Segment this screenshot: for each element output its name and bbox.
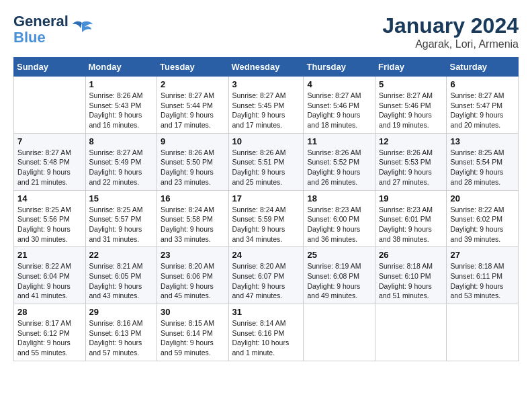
calendar-cell: 5Sunrise: 8:27 AM Sunset: 5:46 PM Daylig… — [375, 77, 447, 134]
day-number: 5 — [379, 79, 443, 89]
calendar-cell: 4Sunrise: 8:27 AM Sunset: 5:46 PM Daylig… — [304, 77, 375, 134]
day-info: Sunrise: 8:23 AM Sunset: 6:01 PM Dayligh… — [379, 205, 443, 244]
logo: GeneralBlue — [13, 13, 93, 46]
calendar-cell — [447, 304, 519, 361]
day-info: Sunrise: 8:27 AM Sunset: 5:49 PM Dayligh… — [89, 148, 154, 187]
calendar-cell: 13Sunrise: 8:25 AM Sunset: 5:54 PM Dayli… — [447, 133, 519, 190]
day-number: 28 — [17, 307, 82, 317]
day-info: Sunrise: 8:26 AM Sunset: 5:43 PM Dayligh… — [89, 91, 154, 130]
day-number: 26 — [379, 250, 443, 260]
day-info: Sunrise: 8:24 AM Sunset: 5:58 PM Dayligh… — [161, 205, 225, 244]
day-info: Sunrise: 8:16 AM Sunset: 6:13 PM Dayligh… — [89, 318, 154, 358]
calendar-week-5: 28Sunrise: 8:17 AM Sunset: 6:12 PM Dayli… — [14, 304, 519, 361]
day-info: Sunrise: 8:22 AM Sunset: 6:02 PM Dayligh… — [450, 205, 515, 244]
day-info: Sunrise: 8:25 AM Sunset: 5:56 PM Dayligh… — [17, 205, 82, 244]
day-info: Sunrise: 8:26 AM Sunset: 5:52 PM Dayligh… — [307, 148, 371, 187]
calendar-cell: 23Sunrise: 8:20 AM Sunset: 6:06 PM Dayli… — [157, 247, 229, 304]
column-header-friday: Friday — [375, 58, 447, 77]
calendar-cell: 6Sunrise: 8:27 AM Sunset: 5:47 PM Daylig… — [447, 77, 519, 134]
day-info: Sunrise: 8:26 AM Sunset: 5:53 PM Dayligh… — [379, 148, 443, 187]
day-number: 2 — [161, 79, 225, 89]
calendar-cell: 18Sunrise: 8:23 AM Sunset: 6:00 PM Dayli… — [304, 190, 375, 247]
calendar-cell: 9Sunrise: 8:26 AM Sunset: 5:50 PM Daylig… — [157, 133, 229, 190]
calendar-cell: 16Sunrise: 8:24 AM Sunset: 5:58 PM Dayli… — [157, 190, 229, 247]
day-number: 14 — [17, 193, 82, 203]
day-info: Sunrise: 8:21 AM Sunset: 6:05 PM Dayligh… — [89, 261, 154, 301]
day-info: Sunrise: 8:25 AM Sunset: 5:57 PM Dayligh… — [89, 205, 154, 244]
calendar-cell: 11Sunrise: 8:26 AM Sunset: 5:52 PM Dayli… — [304, 133, 375, 190]
day-info: Sunrise: 8:27 AM Sunset: 5:45 PM Dayligh… — [232, 91, 300, 130]
calendar-cell: 20Sunrise: 8:22 AM Sunset: 6:02 PM Dayli… — [447, 190, 519, 247]
day-number: 22 — [89, 250, 154, 260]
calendar-cell — [14, 77, 86, 134]
calendar-header: SundayMondayTuesdayWednesdayThursdayFrid… — [14, 58, 519, 77]
day-number: 4 — [307, 79, 371, 89]
calendar-week-2: 7Sunrise: 8:27 AM Sunset: 5:48 PM Daylig… — [14, 133, 519, 190]
day-number: 18 — [307, 193, 371, 203]
day-number: 11 — [307, 136, 371, 146]
day-number: 24 — [232, 250, 300, 260]
day-info: Sunrise: 8:17 AM Sunset: 6:12 PM Dayligh… — [17, 318, 82, 358]
day-info: Sunrise: 8:27 AM Sunset: 5:44 PM Dayligh… — [161, 91, 225, 130]
logo-bird-icon — [71, 20, 93, 39]
day-info: Sunrise: 8:27 AM Sunset: 5:46 PM Dayligh… — [379, 91, 443, 130]
day-info: Sunrise: 8:27 AM Sunset: 5:48 PM Dayligh… — [17, 148, 82, 187]
calendar-cell: 19Sunrise: 8:23 AM Sunset: 6:01 PM Dayli… — [375, 190, 447, 247]
day-info: Sunrise: 8:24 AM Sunset: 5:59 PM Dayligh… — [232, 205, 300, 244]
day-number: 27 — [450, 250, 515, 260]
calendar-week-1: 1Sunrise: 8:26 AM Sunset: 5:43 PM Daylig… — [14, 77, 519, 134]
calendar-cell: 17Sunrise: 8:24 AM Sunset: 5:59 PM Dayli… — [228, 190, 304, 247]
day-number: 13 — [450, 136, 515, 146]
calendar-cell: 25Sunrise: 8:19 AM Sunset: 6:08 PM Dayli… — [304, 247, 375, 304]
day-number: 9 — [161, 136, 225, 146]
day-info: Sunrise: 8:14 AM Sunset: 6:16 PM Dayligh… — [232, 318, 300, 358]
page-title: January 2024 — [382, 13, 519, 38]
day-number: 7 — [17, 136, 82, 146]
calendar-cell: 27Sunrise: 8:18 AM Sunset: 6:11 PM Dayli… — [447, 247, 519, 304]
day-number: 6 — [450, 79, 515, 89]
day-number: 1 — [89, 79, 154, 89]
day-number: 16 — [161, 193, 225, 203]
column-header-saturday: Saturday — [447, 58, 519, 77]
calendar-table: SundayMondayTuesdayWednesdayThursdayFrid… — [13, 57, 519, 361]
day-number: 19 — [379, 193, 443, 203]
calendar-cell: 7Sunrise: 8:27 AM Sunset: 5:48 PM Daylig… — [14, 133, 86, 190]
day-info: Sunrise: 8:22 AM Sunset: 6:04 PM Dayligh… — [17, 261, 82, 301]
calendar-week-3: 14Sunrise: 8:25 AM Sunset: 5:56 PM Dayli… — [14, 190, 519, 247]
calendar-cell: 1Sunrise: 8:26 AM Sunset: 5:43 PM Daylig… — [85, 77, 157, 134]
day-info: Sunrise: 8:27 AM Sunset: 5:47 PM Dayligh… — [450, 91, 515, 130]
page-subtitle: Agarak, Lori, Armenia — [382, 38, 519, 50]
column-header-wednesday: Wednesday — [228, 58, 304, 77]
day-number: 10 — [232, 136, 300, 146]
day-info: Sunrise: 8:15 AM Sunset: 6:14 PM Dayligh… — [161, 318, 225, 358]
day-info: Sunrise: 8:18 AM Sunset: 6:10 PM Dayligh… — [379, 261, 443, 301]
logo-text: GeneralBlue — [13, 13, 69, 46]
calendar-body: 1Sunrise: 8:26 AM Sunset: 5:43 PM Daylig… — [14, 77, 519, 361]
day-info: Sunrise: 8:20 AM Sunset: 6:07 PM Dayligh… — [232, 261, 300, 301]
calendar-cell: 21Sunrise: 8:22 AM Sunset: 6:04 PM Dayli… — [14, 247, 86, 304]
day-number: 12 — [379, 136, 443, 146]
day-number: 3 — [232, 79, 300, 89]
header-row: SundayMondayTuesdayWednesdayThursdayFrid… — [14, 58, 519, 77]
day-number: 29 — [89, 307, 154, 317]
day-info: Sunrise: 8:23 AM Sunset: 6:00 PM Dayligh… — [307, 205, 371, 244]
calendar-cell: 24Sunrise: 8:20 AM Sunset: 6:07 PM Dayli… — [228, 247, 304, 304]
day-number: 23 — [161, 250, 225, 260]
column-header-tuesday: Tuesday — [157, 58, 229, 77]
day-number: 31 — [232, 307, 300, 317]
day-info: Sunrise: 8:26 AM Sunset: 5:50 PM Dayligh… — [161, 148, 225, 187]
calendar-cell: 22Sunrise: 8:21 AM Sunset: 6:05 PM Dayli… — [85, 247, 157, 304]
calendar-week-4: 21Sunrise: 8:22 AM Sunset: 6:04 PM Dayli… — [14, 247, 519, 304]
calendar-cell: 31Sunrise: 8:14 AM Sunset: 6:16 PM Dayli… — [228, 304, 304, 361]
title-block: January 2024 Agarak, Lori, Armenia — [382, 13, 519, 50]
day-number: 15 — [89, 193, 154, 203]
day-info: Sunrise: 8:20 AM Sunset: 6:06 PM Dayligh… — [161, 261, 225, 301]
calendar-cell: 12Sunrise: 8:26 AM Sunset: 5:53 PM Dayli… — [375, 133, 447, 190]
day-number: 8 — [89, 136, 154, 146]
calendar-cell — [304, 304, 375, 361]
day-number: 30 — [161, 307, 225, 317]
calendar-cell: 26Sunrise: 8:18 AM Sunset: 6:10 PM Dayli… — [375, 247, 447, 304]
column-header-monday: Monday — [85, 58, 157, 77]
calendar-cell: 15Sunrise: 8:25 AM Sunset: 5:57 PM Dayli… — [85, 190, 157, 247]
calendar-cell: 3Sunrise: 8:27 AM Sunset: 5:45 PM Daylig… — [228, 77, 304, 134]
